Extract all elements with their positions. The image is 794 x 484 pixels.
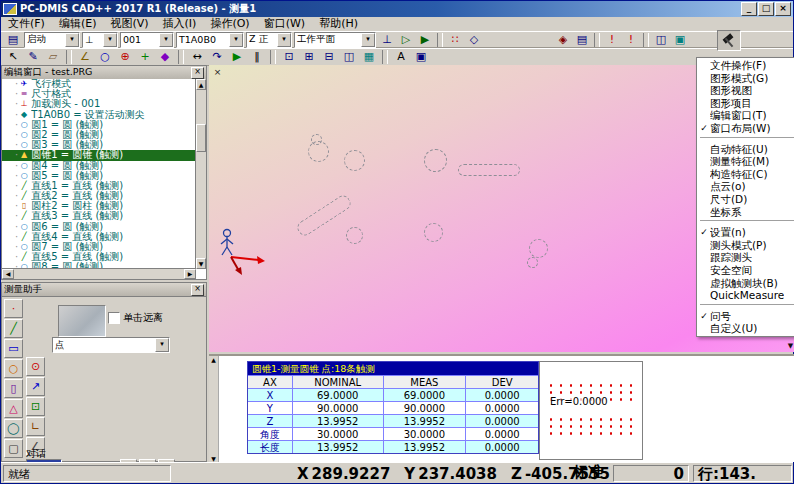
menubar-item[interactable]: 编辑(E): [52, 17, 104, 31]
maximize-button[interactable]: □: [758, 2, 774, 16]
context-menu-item[interactable]: 跟踪测头: [698, 251, 794, 264]
alert-icon[interactable]: !: [603, 32, 621, 48]
scroll-down-icon[interactable]: ▼: [209, 455, 218, 462]
cad-feature-circle[interactable]: [308, 141, 329, 162]
pan-view-icon[interactable]: ↔: [188, 49, 206, 65]
scroll-left-icon[interactable]: ◀: [2, 269, 14, 279]
chevron-down-icon[interactable]: ▾: [277, 33, 291, 47]
context-menu-item[interactable]: 图形项目: [698, 97, 794, 110]
context-menu-item[interactable]: 编辑窗口(T): [698, 109, 794, 122]
run-program-icon[interactable]: ▶: [228, 49, 246, 65]
plane-feature-icon[interactable]: ▭: [4, 339, 23, 358]
view-combo[interactable]: 工作平面 ▾: [294, 32, 376, 48]
probe-dcc-icon[interactable]: ⊥: [378, 32, 396, 48]
tree-item[interactable]: ○ 圆5 = 圆 (触测): [2, 171, 196, 181]
context-menu-item[interactable]: ✓ 设置(n): [698, 226, 794, 239]
circle-gage-icon[interactable]: ○: [96, 49, 114, 65]
grid-view-icon[interactable]: ▦: [360, 49, 378, 65]
menubar-item[interactable]: 视图(V): [103, 17, 155, 31]
zoom-out-icon[interactable]: ⊟: [320, 49, 338, 65]
scroll-up-icon[interactable]: ▲: [196, 79, 206, 90]
window-layout-icon[interactable]: ◫: [652, 32, 670, 48]
sphere-feature-icon[interactable]: ◯: [4, 419, 23, 438]
context-menu-item[interactable]: 点云(o): [698, 180, 794, 193]
line-feature-icon[interactable]: ╱: [4, 319, 23, 338]
context-menu-item[interactable]: 安全空间: [698, 264, 794, 277]
chevron-down-icon[interactable]: ▾: [229, 33, 243, 47]
manual-mode-icon[interactable]: ▷: [397, 32, 415, 48]
eraser-icon[interactable]: ▱: [44, 49, 62, 65]
context-menu-item[interactable]: 虚拟触测块(B): [698, 277, 794, 290]
tip-combo[interactable]: T1A0B0 ▾: [176, 32, 244, 48]
separator[interactable]: [437, 33, 443, 47]
chevron-down-icon[interactable]: ▾: [155, 338, 169, 352]
tree-item[interactable]: ╱ 直线5 = 直线 (触测): [2, 252, 196, 262]
zoom-in-icon[interactable]: ⊞: [300, 49, 318, 65]
auto-mode-icon[interactable]: ▶: [416, 32, 434, 48]
cad-feature-circle[interactable]: [346, 227, 363, 244]
tree-horizontal-scrollbar[interactable]: ◀ ▶: [2, 268, 196, 279]
tree-item[interactable]: ╱ 直线3 = 直线 (触测): [2, 211, 196, 221]
tree-item[interactable]: ▲ 圆锥1 = 圆锥 (触测): [2, 150, 196, 160]
context-menu-item[interactable]: 自动特征(U): [698, 143, 794, 156]
scroll-down-icon[interactable]: ▼: [196, 258, 206, 269]
surface-point-icon[interactable]: ⊡: [26, 397, 45, 416]
select-cursor-icon[interactable]: ↖: [4, 49, 22, 65]
collision-check-icon[interactable]: ◈: [554, 32, 572, 48]
tree-item[interactable]: ╱ 直线1 = 直线 (触测): [2, 181, 196, 191]
tree-item[interactable]: ○ 圆2 = 圆 (触测): [2, 130, 196, 140]
auto-point-icon[interactable]: ⊙: [26, 357, 45, 376]
chevron-down-icon[interactable]: ▾: [65, 33, 79, 47]
diamond-target-icon[interactable]: ◆: [156, 49, 174, 65]
slot-feature-icon[interactable]: ▢: [4, 439, 23, 458]
chevron-down-icon[interactable]: ▾: [103, 33, 117, 47]
cad-feature-slot[interactable]: [295, 193, 353, 238]
menubar-item[interactable]: 窗口(W): [257, 17, 312, 31]
context-menu-item[interactable]: 坐标系: [698, 206, 794, 219]
chevron-down-icon[interactable]: ▾: [159, 33, 173, 47]
tree-item[interactable]: ╱ 直线4 = 直线 (触测): [2, 232, 196, 242]
close-icon[interactable]: ×: [212, 67, 223, 78]
context-menu-item[interactable]: ✓ 窗口布局(W): [698, 122, 794, 135]
tree-item[interactable]: ╱ 直线2 = 直线 (触测): [2, 191, 196, 201]
context-menu-item[interactable]: 文件操作(F): [698, 59, 794, 72]
context-menu-item[interactable]: 测量特征(M): [698, 155, 794, 168]
graphics-window-icon[interactable]: ▣: [671, 32, 689, 48]
tree-item[interactable]: ▯ 圆柱2 = 圆柱 (触测): [2, 201, 196, 211]
vector-point-icon[interactable]: ↗: [26, 377, 45, 396]
tree-item[interactable]: ⊥ 加载测头 - 001: [2, 99, 196, 109]
chevron-down-icon[interactable]: ▾: [361, 33, 375, 47]
circle-feature-icon[interactable]: ○: [4, 359, 23, 378]
menubar-item[interactable]: 插入(I): [156, 17, 204, 31]
context-menu-item[interactable]: 图形模式(G): [698, 72, 794, 85]
context-menu-item[interactable]: 测头模式(P): [698, 239, 794, 252]
tree-item[interactable]: ≡ 尺寸格式: [2, 89, 196, 99]
tree-item[interactable]: ○ 圆1 = 圆 (触测): [2, 120, 196, 130]
gage-angle-icon[interactable]: ∠: [76, 49, 94, 65]
context-menu-item[interactable]: [700, 137, 794, 141]
tree-item[interactable]: ✈ 飞行模式: [2, 79, 196, 89]
context-menu-item[interactable]: ✓ 问号: [698, 310, 794, 323]
tree-item[interactable]: ○ 圆7 = 圆 (触测): [2, 242, 196, 252]
scroll-right-icon[interactable]: ▶: [184, 269, 196, 279]
cad-feature-circle[interactable]: [529, 239, 548, 258]
screen-capture-icon[interactable]: ▣: [412, 49, 430, 65]
cad-feature-slot[interactable]: [458, 164, 520, 176]
cad-feature-circle[interactable]: [527, 257, 538, 268]
cylinder-feature-icon[interactable]: ▯: [4, 379, 23, 398]
scroll-down-icon[interactable]: ▼: [786, 342, 794, 350]
tree-item[interactable]: ◆ T1A0B0 = 设置活动测尖: [2, 110, 196, 120]
separator[interactable]: [594, 33, 600, 47]
probe-file-combo[interactable]: 001 ▾: [120, 32, 174, 48]
context-menu-item[interactable]: [700, 220, 794, 224]
separator[interactable]: [178, 50, 184, 64]
separator[interactable]: [643, 33, 649, 47]
edit-pen-icon[interactable]: ✎: [24, 49, 42, 65]
menubar-item[interactable]: 操作(O): [203, 17, 256, 31]
text-label-icon[interactable]: A: [392, 49, 410, 65]
separator[interactable]: [66, 50, 72, 64]
cone-feature-icon[interactable]: △: [4, 399, 23, 418]
report-scrollbar[interactable]: ▲ ▼: [209, 356, 219, 462]
context-menu-item[interactable]: 自定义(U): [698, 322, 794, 335]
close-button[interactable]: ×: [775, 2, 791, 16]
